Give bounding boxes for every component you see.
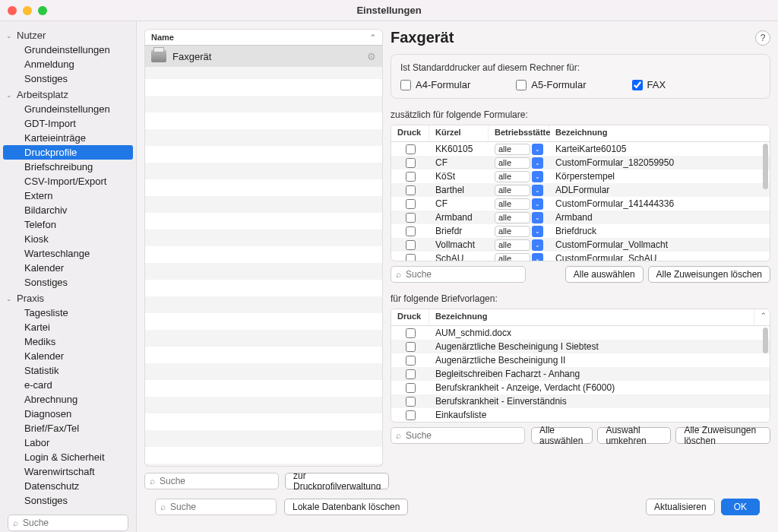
table-row[interactable]: KöStalle⌄Körperstempel [391,169,770,183]
table-row[interactable]: Begleitschreiben Facharzt - Anhang [391,367,770,381]
checkbox-input[interactable] [632,80,643,90]
profile-list-header[interactable]: Name ⌃ [144,29,383,46]
sidebar-item[interactable]: Datenschutz [0,479,136,493]
forms-search-input[interactable] [406,269,520,280]
ok-button[interactable]: OK [721,499,760,515]
refresh-button[interactable]: Aktualisieren [646,499,715,515]
forms-select-all-button[interactable]: Alle auswählen [565,266,644,283]
close-icon[interactable] [8,6,17,15]
scrollbar-thumb[interactable] [763,328,768,353]
sidebar-item[interactable]: Tagesliste [0,306,136,320]
sidebar-item[interactable]: Kiosk [0,232,136,246]
row-checkbox[interactable] [406,410,416,420]
sidebar-item[interactable]: Grundeinstellungen [0,43,136,57]
sidebar-item[interactable]: Diagnosen [0,407,136,421]
sidebar-item[interactable]: Druckprofile [3,145,133,160]
sidebar-search-input[interactable] [23,518,137,528]
row-checkbox[interactable] [406,254,416,261]
sidebar-item[interactable]: Statistik [0,363,136,378]
betriebsstaette-select[interactable]: alle [495,185,530,196]
profile-list-item[interactable]: Faxgerät ⚙ [145,46,382,67]
global-search[interactable]: ⌕ [155,499,277,515]
sidebar-item[interactable]: Kalender [0,349,136,363]
row-checkbox[interactable] [406,397,416,407]
table-row[interactable]: SchAUalle⌄CustomFormular_SchAU [391,252,770,261]
dropdown-icon[interactable]: ⌄ [532,226,543,237]
scrollbar-thumb[interactable] [763,144,768,189]
sidebar-item[interactable]: Sonstiges [0,493,136,508]
global-search-input[interactable] [170,502,284,512]
row-checkbox[interactable] [406,369,416,379]
letters-invert-button[interactable]: Auswahl umkehren [597,427,671,444]
minimize-icon[interactable] [23,6,32,15]
row-checkbox[interactable] [406,158,416,168]
betriebsstaette-select[interactable]: alle [495,171,530,182]
col-bezeichnung[interactable]: Bezeichnung [549,125,770,141]
row-checkbox[interactable] [406,185,416,195]
forms-clear-button[interactable]: Alle Zuweisungen löschen [648,266,770,283]
standard-printer-checkbox[interactable]: FAX [632,79,666,90]
betriebsstaette-select[interactable]: alle [495,253,530,261]
table-row[interactable]: Augenärztliche Bescheinigung II [391,353,770,367]
row-checkbox[interactable] [406,328,416,338]
letters-search-input[interactable] [406,430,520,441]
sidebar-item[interactable]: Briefschreibung [0,160,136,174]
row-checkbox[interactable] [406,383,416,393]
sidebar-item[interactable]: Mediks [0,334,136,349]
standard-printer-checkbox[interactable]: A4-Formular [400,79,470,90]
letters-clear-button[interactable]: Alle Zuweisungen löschen [675,427,770,444]
sidebar-item[interactable]: Karteieinträge [0,131,136,145]
table-row[interactable]: Briefdralle⌄Briefdruck [391,224,770,238]
table-row[interactable]: AUM_schmid.docx [391,326,770,340]
dropdown-icon[interactable]: ⌄ [532,212,543,223]
sidebar-section-header[interactable]: ⌄Nutzer [0,28,136,43]
sidebar-item[interactable]: Anmeldung [0,57,136,71]
table-row[interactable]: Berufskrankheit - Einverständnis [391,394,770,408]
help-button[interactable]: ? [755,30,770,46]
sidebar-item[interactable]: Bildarchiv [0,203,136,217]
profile-manage-button[interactable]: zur Druckprofilverwaltung [285,473,389,489]
standard-printer-checkbox[interactable]: A5-Formular [516,79,586,90]
sidebar-section-header[interactable]: ⌄Arbeitsplatz [0,87,136,102]
dropdown-icon[interactable]: ⌄ [532,185,543,196]
betriebsstaette-select[interactable]: alle [495,226,530,237]
sidebar-item[interactable]: Brief/Fax/Tel [0,421,136,435]
sidebar-section-header[interactable]: ⌄Praxis [0,291,136,306]
sidebar-item[interactable]: Warteschlange [0,246,136,261]
table-row[interactable]: Barthelalle⌄ADLFormular [391,183,770,197]
betriebsstaette-select[interactable]: alle [495,144,530,155]
maximize-icon[interactable] [38,6,47,15]
row-checkbox[interactable] [406,226,416,236]
col-druck[interactable]: Druck [391,309,429,325]
table-row[interactable]: Berufskrankheit - Anzeige, Verdacht (F60… [391,381,770,394]
dropdown-icon[interactable]: ⌄ [532,171,543,182]
gear-icon[interactable]: ⚙ [367,51,376,62]
col-bezeichnung[interactable]: Bezeichnung [429,309,754,325]
betriebsstaette-select[interactable]: alle [495,212,530,223]
betriebsstaette-select[interactable]: alle [495,239,530,251]
row-checkbox[interactable] [406,213,416,223]
sidebar-item[interactable]: Labor [0,435,136,450]
betriebsstaette-select[interactable]: alle [495,157,530,169]
sidebar-item[interactable]: CSV-Import/Export [0,174,136,188]
table-row[interactable]: CFalle⌄CustomFormular_182059950 [391,156,770,169]
col-druck[interactable]: Druck [391,125,429,141]
sidebar-item[interactable]: Sonstiges [0,275,136,290]
row-checkbox[interactable] [406,172,416,182]
profile-search-input[interactable] [160,476,274,486]
row-checkbox[interactable] [406,199,416,209]
profile-search[interactable]: ⌕ [144,473,279,489]
table-row[interactable]: CFalle⌄CustomFormular_141444336 [391,197,770,211]
row-checkbox[interactable] [406,240,416,250]
letters-select-all-button[interactable]: Alle auswählen [531,427,593,444]
dropdown-icon[interactable]: ⌄ [532,157,543,169]
row-checkbox[interactable] [406,342,416,352]
table-row[interactable]: Vollmachtalle⌄CustomFormular_Vollmacht [391,238,770,252]
sidebar-item[interactable]: Grundeinstellungen [0,102,136,116]
checkbox-input[interactable] [516,80,527,90]
col-kuerzel[interactable]: Kürzel [429,125,489,141]
dropdown-icon[interactable]: ⌄ [532,253,543,261]
sidebar-item[interactable]: e-card [0,378,136,392]
checkbox-input[interactable] [400,80,411,90]
table-row[interactable]: Armbandalle⌄Armband [391,211,770,224]
